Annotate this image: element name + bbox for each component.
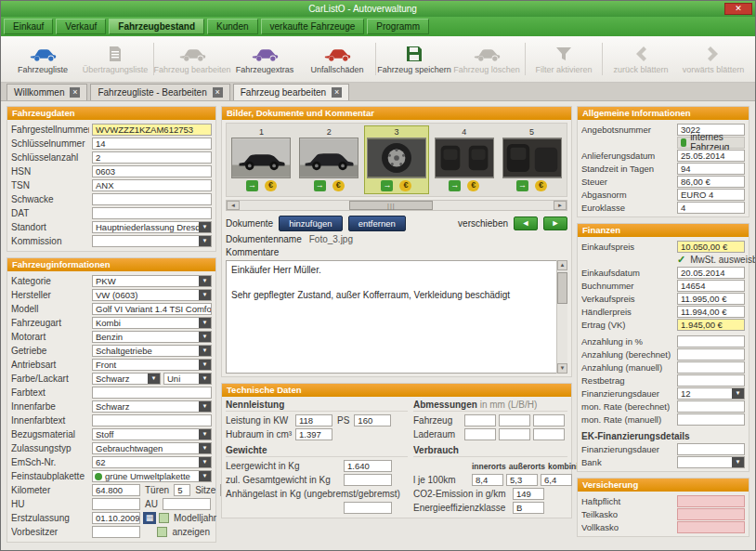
chevron-down-icon[interactable]: ▼ <box>199 346 211 356</box>
rate-berechnet-input[interactable] <box>677 400 745 413</box>
checkmark-icon[interactable]: ✓ <box>677 255 685 265</box>
toolbar-filter-aktivieren-button[interactable]: Filter aktivieren <box>528 38 600 80</box>
tab-fahrzeug-bearbeiten[interactable]: Fahrzeug bearbeiten × <box>233 84 349 100</box>
menu-item-fahrzeugbestand[interactable]: Fahrzeugbestand <box>109 19 204 34</box>
modell-input[interactable]: Golf VI Variant 1.4 TSI Comfortline <box>92 303 212 315</box>
entfernen-button[interactable]: entfernen <box>348 216 406 231</box>
chevron-down-icon[interactable]: ▼ <box>199 360 211 370</box>
arrow-icon[interactable]: → <box>381 180 393 191</box>
erstzulassung-input[interactable]: 01.10.2009 <box>92 512 140 524</box>
menu-item-einkauf[interactable]: Einkauf <box>4 19 53 34</box>
emsch-nr-select[interactable]: 62▼ <box>92 456 212 468</box>
thumbnail-4[interactable]: 4 →€ <box>432 126 496 193</box>
euro-icon[interactable]: € <box>265 180 277 191</box>
hersteller-select[interactable]: VW (0603)▼ <box>92 289 212 301</box>
close-icon[interactable]: × <box>332 87 342 98</box>
chevron-down-icon[interactable]: ▼ <box>199 290 211 300</box>
move-right-button[interactable]: ► <box>543 216 567 230</box>
innenfarbtext-input[interactable] <box>92 414 212 426</box>
getriebe-select[interactable]: Schaltgetriebe▼ <box>92 345 212 357</box>
laderaum-h-input[interactable] <box>533 428 565 440</box>
standort-select[interactable]: Hauptniederlassung Dresden▼ <box>92 221 212 233</box>
euroklasse-input[interactable]: 4 <box>677 202 745 214</box>
tab-willkommen[interactable]: Willkommen × <box>7 84 87 100</box>
kategorie-select[interactable]: PKW▼ <box>92 275 212 287</box>
close-icon[interactable]: × <box>70 87 80 98</box>
hinzufuegen-button[interactable]: hinzufügen <box>279 216 342 231</box>
farbtext-input[interactable] <box>92 387 212 399</box>
thumbnail-3-selected[interactable]: 3 →€ <box>365 126 429 193</box>
scrollbar-track[interactable]: ||| <box>240 201 554 210</box>
buchnummer-input[interactable]: 14654 <box>677 280 745 292</box>
bank-select[interactable]: ▼ <box>677 456 745 468</box>
fahrzeug-b-input[interactable] <box>499 414 530 426</box>
einkaufspreis-input[interactable]: 10.050,00 € <box>677 241 745 253</box>
calendar-icon[interactable]: ▦ <box>143 512 156 524</box>
verkaufspreis-input[interactable]: 11.995,00 € <box>677 293 745 305</box>
horizontal-scrollbar[interactable]: ◄ ||| ► <box>226 200 567 211</box>
toolbar-fahrzeugextras-button[interactable]: Fahrzeugextras <box>228 38 301 80</box>
ek-finanzierungsdauer-input[interactable] <box>677 443 745 455</box>
kilometer-input[interactable]: 64.800 <box>92 484 140 496</box>
gesamtgewicht-input[interactable] <box>344 474 392 486</box>
arrow-icon[interactable]: → <box>449 180 461 191</box>
arrow-icon[interactable]: → <box>314 180 326 191</box>
schluesselanzahl-input[interactable]: 2 <box>92 151 212 164</box>
vertical-scrollbar[interactable]: ▲ ▼ <box>556 260 567 374</box>
lackart-select[interactable]: Uni▼ <box>163 373 212 385</box>
restbetrag-input[interactable] <box>677 374 745 387</box>
kommentar-textarea[interactable]: Einkäufer Herr Müller. Sehr gepflegter Z… <box>226 260 567 374</box>
toolbar-unfallschaeden-button[interactable]: Unfallschäden <box>301 38 373 80</box>
fahrzeug-h-input[interactable] <box>533 414 565 426</box>
laderaum-l-input[interactable] <box>464 428 496 440</box>
toolbar-vorwaerts-blaettern-button[interactable]: vorwärts blättern <box>677 38 749 80</box>
energieeffizienzklasse-input[interactable]: B <box>513 502 544 514</box>
vorbesitzer-input[interactable] <box>92 526 140 538</box>
anzeigen-checkbox[interactable] <box>157 527 167 537</box>
close-button[interactable]: ✕ <box>724 3 752 15</box>
thumbnail-5[interactable]: 5 →€ <box>500 126 564 193</box>
ps-input[interactable]: 160 <box>354 414 391 426</box>
chevron-down-icon[interactable]: ▼ <box>199 374 211 384</box>
leistung-kw-input[interactable]: 118 <box>295 414 332 426</box>
verbrauch-innerorts-input[interactable]: 8,4 <box>472 474 503 486</box>
kommission-select[interactable]: ▼ <box>92 235 212 247</box>
menu-item-programm[interactable]: Programm <box>367 19 429 34</box>
menu-item-kunden[interactable]: Kunden <box>207 19 257 34</box>
hu-input[interactable] <box>92 498 140 510</box>
tab-fahrzeugliste-bearbeiten[interactable]: Fahrzeugliste - Bearbeiten × <box>90 84 229 100</box>
motorart-select[interactable]: Benzin▼ <box>92 331 212 343</box>
verbrauch-kombiniert-input[interactable]: 6,4 <box>541 474 572 486</box>
schwacke-input[interactable] <box>92 193 212 205</box>
chevron-down-icon[interactable]: ▼ <box>199 332 211 342</box>
anhaengelast-input[interactable] <box>344 502 392 514</box>
tsn-input[interactable]: ANX <box>92 179 212 191</box>
abgasnorm-input[interactable]: EURO 4 <box>677 189 745 201</box>
fahrgestellnummer-input[interactable]: WVWZZZ1KZAM612753 <box>92 124 212 136</box>
chevron-down-icon[interactable]: ▼ <box>199 401 211 412</box>
chevron-down-icon[interactable]: ▼ <box>199 222 211 232</box>
arrow-icon[interactable]: → <box>516 180 528 191</box>
hubraum-input[interactable]: 1.397 <box>295 428 332 440</box>
scrollbar-track[interactable] <box>557 270 567 363</box>
arrow-icon[interactable]: → <box>246 180 258 191</box>
teilkasko-input[interactable] <box>677 508 745 520</box>
antriebsart-select[interactable]: Front▼ <box>92 359 212 371</box>
tueren-input[interactable]: 5 <box>174 484 190 496</box>
rate-manuell-input[interactable] <box>677 413 745 426</box>
feinstaubplakette-select[interactable]: grüne Umweltplakette▼ <box>92 470 212 482</box>
chevron-down-icon[interactable]: ▼ <box>732 388 744 399</box>
toolbar-fahrzeug-speichern-button[interactable]: Fahrzeug speichern <box>378 38 450 80</box>
euro-icon[interactable]: € <box>535 180 547 191</box>
chevron-down-icon[interactable]: ▼ <box>199 429 211 439</box>
scroll-up-icon[interactable]: ▲ <box>557 260 567 270</box>
haendlerpreis-input[interactable]: 11.994,00 € <box>677 306 745 318</box>
toolbar-fahrzeug-loeschen-button[interactable]: Fahrzeug löschen <box>450 38 523 80</box>
steuer-input[interactable]: 86,00 € <box>677 176 745 188</box>
haftpflicht-input[interactable] <box>677 495 745 507</box>
close-icon[interactable]: × <box>213 87 223 98</box>
thumbnail-1[interactable]: 1 →€ <box>229 126 293 193</box>
scrollbar-thumb[interactable] <box>557 272 567 304</box>
chevron-down-icon[interactable]: ▼ <box>199 443 211 453</box>
menu-item-verkauf[interactable]: Verkauf <box>56 19 106 34</box>
